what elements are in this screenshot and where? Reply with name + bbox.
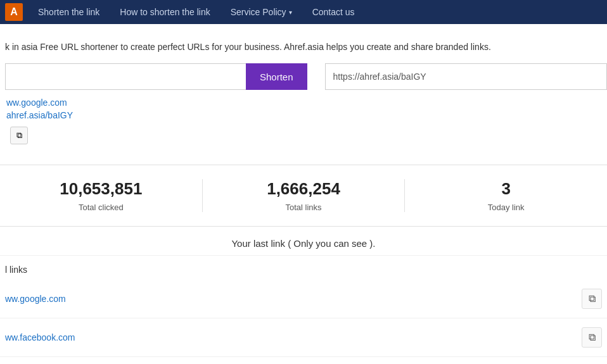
original-url-link[interactable]: ww.google.com xyxy=(5,97,607,108)
stat-total-clicked-number: 10,653,851 xyxy=(13,179,189,199)
copy-small-button[interactable]: ⧉ xyxy=(10,127,28,144)
site-logo: A xyxy=(5,3,23,21)
shorten-button[interactable]: Shorten xyxy=(246,63,307,90)
link-row: ww.google.com ⧉ xyxy=(0,280,607,318)
nav-service-policy[interactable]: Service Policy ▾ xyxy=(220,0,302,24)
nav-contact-us[interactable]: Contact us xyxy=(302,0,365,24)
url-input-row: Shorten https://ahref.asia/baIGY xyxy=(5,63,607,90)
hero-description: k in asia Free URL shortener to create p… xyxy=(5,42,607,52)
stat-total-clicked: 10,653,851 Total clicked xyxy=(0,179,203,212)
stat-total-links: 1,666,254 Total links xyxy=(203,179,406,212)
stat-total-clicked-label: Total clicked xyxy=(13,203,189,212)
nav-how-to[interactable]: How to shorten the link xyxy=(110,0,220,24)
stat-total-links-label: Total links xyxy=(215,203,392,212)
stat-today-link-label: Today link xyxy=(418,203,594,212)
copy-icon-2: ⧉ xyxy=(589,332,596,343)
copy-icon: ⧉ xyxy=(16,130,22,141)
copy-icon-1: ⧉ xyxy=(589,293,596,304)
copy-link-button-1[interactable]: ⧉ xyxy=(582,289,602,309)
stat-today-link: 3 Today link xyxy=(405,179,607,212)
nav-shorten-link[interactable]: Shorten the link xyxy=(28,0,110,24)
copy-link-button-2[interactable]: ⧉ xyxy=(582,327,602,348)
url-input[interactable] xyxy=(5,63,246,90)
short-url-link[interactable]: ahref.asia/baIGY xyxy=(5,110,607,120)
stats-section: 10,653,851 Total clicked 1,666,254 Total… xyxy=(0,165,607,227)
short-url-display: https://ahref.asia/baIGY xyxy=(325,63,607,90)
recent-links-header: l links xyxy=(0,256,607,280)
stat-today-link-number: 3 xyxy=(418,179,594,199)
link-row-url-1[interactable]: ww.google.com xyxy=(5,294,66,304)
last-link-notice: Your last link ( Only you can see ). xyxy=(0,227,607,256)
chevron-down-icon: ▾ xyxy=(289,9,292,16)
hero-section: k in asia Free URL shortener to create p… xyxy=(0,24,607,152)
stat-total-links-number: 1,666,254 xyxy=(215,179,392,199)
link-row-url-2[interactable]: ww.facebook.com xyxy=(5,332,75,342)
link-row-2: ww.facebook.com ⧉ xyxy=(0,318,607,357)
navbar: A Shorten the link How to shorten the li… xyxy=(0,0,607,24)
recent-links-section: l links ww.google.com ⧉ ww.facebook.com … xyxy=(0,256,607,357)
